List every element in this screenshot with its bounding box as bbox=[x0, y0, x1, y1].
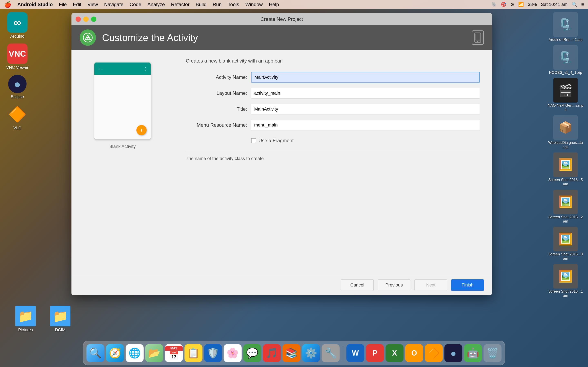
divider bbox=[186, 152, 480, 152]
dock-icon-shield[interactable]: 🛡️ bbox=[204, 344, 222, 362]
dock-icon-safari[interactable]: 🧭 bbox=[106, 344, 124, 362]
menubar-battery: 38% bbox=[528, 2, 537, 7]
menu-resource-row: Menu Resource Name: bbox=[186, 120, 480, 130]
dock-icon-music[interactable]: 🎵 bbox=[263, 344, 281, 362]
menubar-window[interactable]: Window bbox=[245, 2, 263, 7]
phone-back-btn: ← bbox=[97, 66, 103, 72]
dock-icon-trash[interactable]: 🗑️ bbox=[484, 344, 502, 362]
layout-name-label: Layout Name: bbox=[186, 90, 251, 96]
desktop-icon-screenshot1[interactable]: 🖼️ Screen Shot 2016...5 am bbox=[547, 152, 584, 186]
desktop-icon-eclipse[interactable]: ● Eclipse bbox=[4, 75, 31, 99]
minimize-button[interactable] bbox=[83, 17, 89, 22]
phone-body: + bbox=[94, 75, 151, 139]
dock-icon-calendar[interactable]: MAY 📅 bbox=[165, 344, 183, 362]
desktop-icon-arduino-zip[interactable]: 🗜️ Arduino-IRre...r 2.zip bbox=[547, 12, 584, 42]
dock-icon-finder[interactable]: 🔍 bbox=[87, 344, 105, 362]
desktop-icon-screenshot2[interactable]: 🖼️ Screen Shot 2016...2 am bbox=[547, 190, 584, 224]
content-right: Creates a new blank activity with an app… bbox=[174, 50, 492, 275]
description-text: Creates a new blank activity with an app… bbox=[186, 58, 480, 64]
phone-preview: ← ⋮ + bbox=[94, 62, 151, 140]
desktop-icon-screenshot4[interactable]: 🖼️ Screen Shot 2016...1 am bbox=[547, 264, 584, 298]
menubar-app-name[interactable]: Android Studio bbox=[17, 2, 53, 7]
cancel-button[interactable]: Cancel bbox=[341, 279, 374, 291]
close-button[interactable] bbox=[76, 17, 81, 22]
desktop-icon-pictures[interactable]: 📁 Pictures bbox=[12, 306, 39, 332]
menubar-target-icon: 🎯 bbox=[501, 2, 506, 7]
previous-button[interactable]: Previous bbox=[378, 279, 410, 291]
phone-toolbar: ← ⋮ bbox=[94, 63, 151, 75]
vnc-label: VNC Viewer bbox=[6, 65, 29, 70]
dock-icon-appstore[interactable]: ⚙️ bbox=[302, 344, 320, 362]
dock-icon-photos[interactable]: 🌸 bbox=[224, 344, 242, 362]
dock-icon-eclipse-dock[interactable]: ● bbox=[444, 344, 462, 362]
menubar-run[interactable]: Run bbox=[213, 2, 222, 7]
content-left: ← ⋮ + Blank Activity bbox=[72, 50, 174, 275]
dcim-label: DCIM bbox=[55, 328, 65, 332]
menubar-edit[interactable]: Edit bbox=[73, 2, 81, 7]
desktop-icon-dcim[interactable]: 📁 DCIM bbox=[47, 306, 73, 332]
desktop-icon-screenshot3[interactable]: 🖼️ Screen Shot 2016...3 am bbox=[547, 227, 584, 261]
dock-icon-android-dock[interactable]: 🤖 bbox=[464, 344, 482, 362]
menubar-left: 🍎 Android Studio File Edit View Navigate… bbox=[4, 1, 279, 8]
desktop-icon-wireless-gz[interactable]: 📦 WirelessDia gnos...tar.gz bbox=[547, 115, 584, 149]
menubar: 🍎 Android Studio File Edit View Navigate… bbox=[0, 0, 588, 9]
dock-icon-orange[interactable]: O bbox=[405, 344, 423, 362]
dock-icon-excel[interactable]: X bbox=[386, 344, 404, 362]
dock-icon-word[interactable]: W bbox=[346, 344, 364, 362]
dock-icon-powerpoint[interactable]: P bbox=[366, 344, 384, 362]
activity-name-input[interactable] bbox=[251, 72, 480, 83]
arduino-label: Arduino bbox=[10, 34, 24, 39]
phone-fab: + bbox=[136, 125, 147, 135]
layout-name-row: Layout Name: bbox=[186, 88, 480, 99]
menubar-bluetooth-icon: ⊛ bbox=[510, 2, 514, 7]
eclipse-label: Eclipse bbox=[11, 94, 24, 99]
desktop-icon-vlc[interactable]: 🔶 VLC bbox=[4, 104, 31, 130]
pictures-label: Pictures bbox=[18, 328, 33, 332]
dock-icon-books[interactable]: 📚 bbox=[282, 344, 300, 362]
dock-icon-files[interactable]: 📂 bbox=[145, 344, 163, 362]
desktop-icon-arduino[interactable]: ∞ Arduino bbox=[4, 12, 31, 39]
maximize-button[interactable] bbox=[91, 17, 96, 22]
window-header: Customize the Activity bbox=[72, 25, 492, 50]
activity-name-label: Activity Name: bbox=[186, 74, 251, 80]
svg-rect-4 bbox=[476, 34, 480, 40]
menubar-elephant-icon: 🐘 bbox=[491, 2, 497, 7]
next-button[interactable]: Next bbox=[414, 279, 447, 291]
menubar-file[interactable]: File bbox=[59, 2, 67, 7]
menubar-tools[interactable]: Tools bbox=[228, 2, 239, 7]
layout-name-input[interactable] bbox=[251, 88, 480, 99]
finish-button[interactable]: Finish bbox=[451, 279, 484, 291]
title-label: Title: bbox=[186, 106, 251, 112]
use-fragment-checkbox[interactable] bbox=[251, 138, 256, 143]
apple-menu[interactable]: 🍎 bbox=[4, 1, 11, 8]
menubar-build[interactable]: Build bbox=[196, 2, 206, 7]
menubar-list[interactable]: ≡ bbox=[581, 2, 584, 7]
window-titlebar: Create New Project bbox=[72, 13, 492, 25]
dock-icon-messages[interactable]: 💬 bbox=[243, 344, 261, 362]
menubar-analyze[interactable]: Analyze bbox=[147, 2, 165, 7]
header-right bbox=[472, 30, 484, 45]
dock-icon-settings[interactable]: 🔧 bbox=[322, 344, 340, 362]
phone-menu-btn: ⋮ bbox=[143, 66, 147, 71]
window-content: ← ⋮ + Blank Activity Creates a new blank… bbox=[72, 50, 492, 275]
desktop-icon-vnc[interactable]: VNC VNC Viewer bbox=[4, 43, 31, 70]
menubar-refactor[interactable]: Refactor bbox=[171, 2, 189, 7]
dock-icon-vlc-dock[interactable]: 🔶 bbox=[425, 344, 443, 362]
svg-point-2 bbox=[87, 37, 89, 39]
menubar-view[interactable]: View bbox=[87, 2, 98, 7]
menubar-navigate[interactable]: Navigate bbox=[104, 2, 123, 7]
desktop-icon-noobs-zip[interactable]: 🗜️ NOOBS_v1_4_1.zip bbox=[547, 45, 584, 75]
dock-icon-chrome[interactable]: 🌐 bbox=[126, 344, 144, 362]
desktop-icons-bottom: 📁 Pictures 📁 DCIM bbox=[12, 306, 73, 332]
desktop-icon-nao-video[interactable]: 🎬 NAO Next Gen...s.mp4 bbox=[547, 78, 584, 112]
menubar-code[interactable]: Code bbox=[130, 2, 141, 7]
menu-resource-label: Menu Resource Name: bbox=[186, 122, 251, 128]
desktop-icons-right: 🗜️ Arduino-IRre...r 2.zip 🗜️ NOOBS_v1_4_… bbox=[547, 12, 584, 298]
phone-icon bbox=[472, 30, 484, 45]
menubar-search[interactable]: 🔍 bbox=[572, 2, 577, 7]
title-input[interactable] bbox=[251, 104, 480, 114]
dock-icon-notes[interactable]: 📋 bbox=[185, 344, 202, 362]
android-studio-icon bbox=[80, 29, 96, 46]
menu-resource-input[interactable] bbox=[251, 120, 480, 130]
menubar-help[interactable]: Help bbox=[269, 2, 279, 7]
